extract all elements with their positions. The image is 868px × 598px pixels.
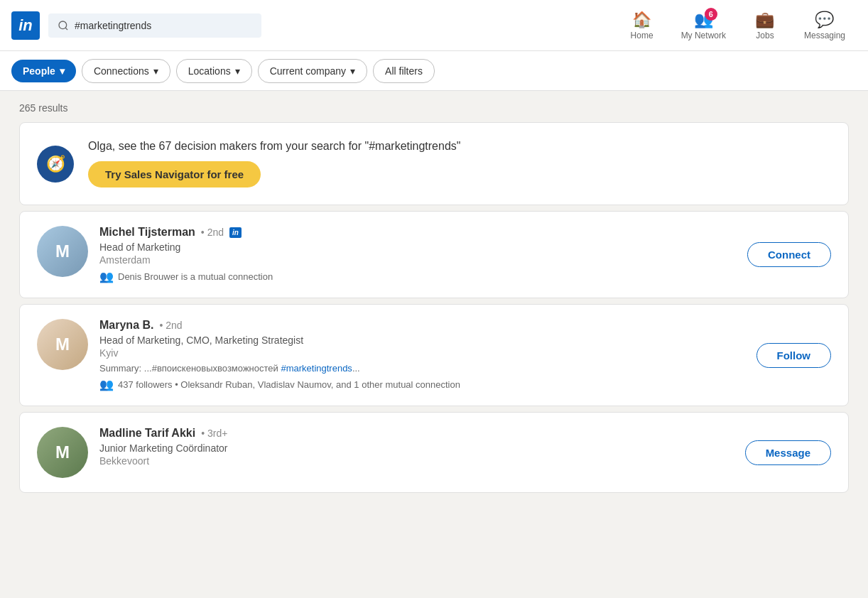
mutual-icon: 👥 xyxy=(99,270,114,283)
person-action-button[interactable]: Follow xyxy=(756,343,832,368)
person-location: Kyiv xyxy=(99,347,745,359)
avatar: M xyxy=(37,427,88,478)
person-title: Head of Marketing xyxy=(99,241,736,253)
person-degree: • 2nd xyxy=(159,320,182,331)
messaging-icon: 💬 xyxy=(815,11,834,29)
nav-my-network[interactable]: 👥 6 My Network xyxy=(670,5,737,46)
nav-messaging[interactable]: 💬 Messaging xyxy=(793,5,857,46)
sales-nav-message: Olga, see the 67 decision makers from yo… xyxy=(88,140,460,153)
mutual-icon: 👥 xyxy=(99,378,114,391)
compass-icon: 🧭 xyxy=(46,155,65,173)
search-input[interactable] xyxy=(75,20,252,31)
chevron-down-icon: ▾ xyxy=(60,65,65,77)
person-info: Maryna B. • 2nd Head of Marketing, CMO, … xyxy=(99,319,745,391)
linkedin-badge: in xyxy=(229,227,242,238)
mutual-connection: 👥 437 followers • Oleksandr Ruban, Vladi… xyxy=(99,378,745,391)
logo-letter: in xyxy=(18,18,33,33)
mutual-text: 437 followers • Oleksandr Ruban, Vladisl… xyxy=(118,379,460,390)
person-card: M Madline Tarif Akki • 3rd+ Junior Marke… xyxy=(19,412,849,493)
network-badge: 6 xyxy=(705,8,717,21)
person-action-button[interactable]: Message xyxy=(745,440,831,465)
mutual-text: Denis Brouwer is a mutual connection xyxy=(118,271,273,282)
nav-home[interactable]: 🏠 Home xyxy=(617,5,667,46)
sales-nav-text: Olga, see the 67 decision makers from yo… xyxy=(88,140,460,187)
sales-navigator-card: 🧭 Olga, see the 67 decision makers from … xyxy=(19,122,849,205)
person-info: Michel Tijsterman • 2nd in Head of Marke… xyxy=(99,226,736,283)
nav-jobs[interactable]: 💼 Jobs xyxy=(740,5,790,46)
avatar: M xyxy=(37,319,88,370)
nav-messaging-label: Messaging xyxy=(804,31,845,40)
chevron-down-icon-locations: ▾ xyxy=(235,65,240,77)
filter-current-company-label: Current company xyxy=(270,65,346,77)
filter-locations-button[interactable]: Locations ▾ xyxy=(176,59,252,83)
person-name[interactable]: Madline Tarif Akki xyxy=(99,427,195,440)
person-list: M Michel Tijsterman • 2nd in Head of Mar… xyxy=(19,211,849,493)
results-count: 265 results xyxy=(19,102,849,114)
person-card: M Michel Tijsterman • 2nd in Head of Mar… xyxy=(19,211,849,298)
nav-my-network-label: My Network xyxy=(681,31,726,40)
nav-home-label: Home xyxy=(631,31,653,40)
chevron-down-icon-company: ▾ xyxy=(350,65,355,77)
person-degree: • 3rd+ xyxy=(201,428,227,439)
chevron-down-icon-connections: ▾ xyxy=(153,65,158,77)
home-icon: 🏠 xyxy=(632,11,651,29)
person-card: M Maryna B. • 2nd Head of Marketing, CMO… xyxy=(19,304,849,406)
main-content: 265 results 🧭 Olga, see the 67 decision … xyxy=(8,91,860,510)
search-icon xyxy=(58,20,69,31)
filter-connections-button[interactable]: Connections ▾ xyxy=(82,59,170,83)
person-name[interactable]: Maryna B. xyxy=(99,319,153,332)
filter-all-filters-label: All filters xyxy=(385,65,423,77)
person-summary: Summary: ...#впоискеновыхвозможностей #m… xyxy=(99,363,745,374)
mutual-connection: 👥 Denis Brouwer is a mutual connection xyxy=(99,270,736,283)
my-network-icon: 👥 6 xyxy=(694,11,713,29)
filter-people-button[interactable]: People ▾ xyxy=(11,60,76,82)
person-degree: • 2nd xyxy=(201,227,224,238)
sales-nav-icon: 🧭 xyxy=(37,146,74,183)
person-name-row: Michel Tijsterman • 2nd in xyxy=(99,226,736,239)
person-title: Head of Marketing, CMO, Marketing Strate… xyxy=(99,335,745,346)
filter-connections-label: Connections xyxy=(94,65,149,77)
nav-jobs-label: Jobs xyxy=(756,31,774,40)
person-name-row: Maryna B. • 2nd xyxy=(99,319,745,332)
main-nav: 🏠 Home 👥 6 My Network 💼 Jobs 💬 Messaging xyxy=(617,5,857,46)
person-name[interactable]: Michel Tijsterman xyxy=(99,226,195,239)
svg-line-1 xyxy=(65,28,67,30)
filter-locations-label: Locations xyxy=(188,65,231,77)
svg-point-0 xyxy=(59,21,67,29)
filter-current-company-button[interactable]: Current company ▾ xyxy=(258,59,367,83)
person-location: Amsterdam xyxy=(99,254,736,266)
filter-people-label: People xyxy=(23,65,55,77)
header: in 🏠 Home 👥 6 My Network 💼 Jobs 💬 Messag… xyxy=(0,0,868,51)
person-location: Bekkevoort xyxy=(99,455,734,467)
sales-navigator-button[interactable]: Try Sales Navigator for free xyxy=(88,161,261,187)
jobs-icon: 💼 xyxy=(755,11,774,29)
person-action-button[interactable]: Connect xyxy=(747,242,831,267)
person-info: Madline Tarif Akki • 3rd+ Junior Marketi… xyxy=(99,427,734,471)
person-name-row: Madline Tarif Akki • 3rd+ xyxy=(99,427,734,440)
linkedin-logo[interactable]: in xyxy=(11,11,40,40)
filter-bar: People ▾ Connections ▾ Locations ▾ Curre… xyxy=(0,51,868,91)
avatar: M xyxy=(37,226,88,277)
filter-all-filters-button[interactable]: All filters xyxy=(373,59,435,83)
person-title: Junior Marketing Coördinator xyxy=(99,442,734,454)
search-bar xyxy=(48,13,261,38)
